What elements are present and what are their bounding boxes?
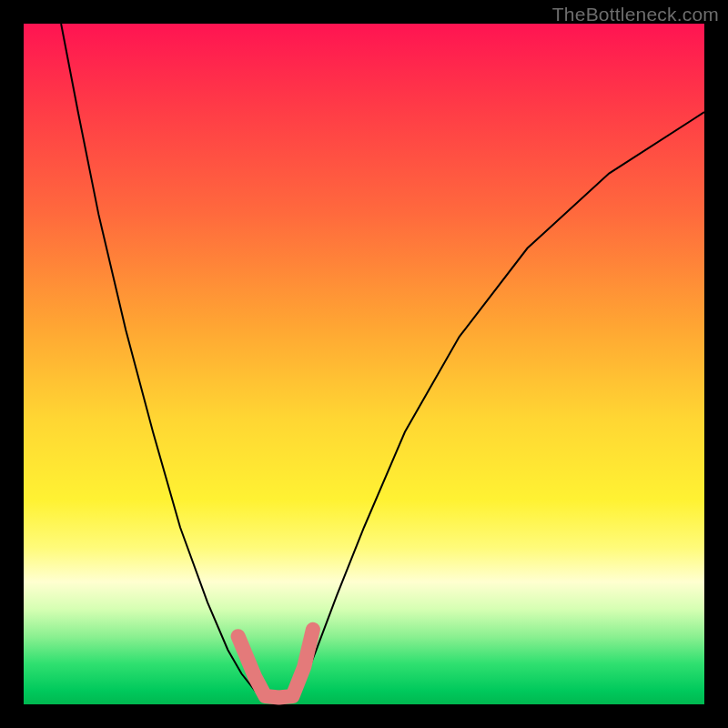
curve-right-branch: [293, 112, 705, 700]
highlight-bottom: [238, 630, 313, 698]
chart-svg: [24, 24, 704, 704]
watermark-text: TheBottleneck.com: [552, 4, 719, 25]
curve-left-branch: [61, 24, 265, 700]
plot-area: [24, 24, 704, 704]
